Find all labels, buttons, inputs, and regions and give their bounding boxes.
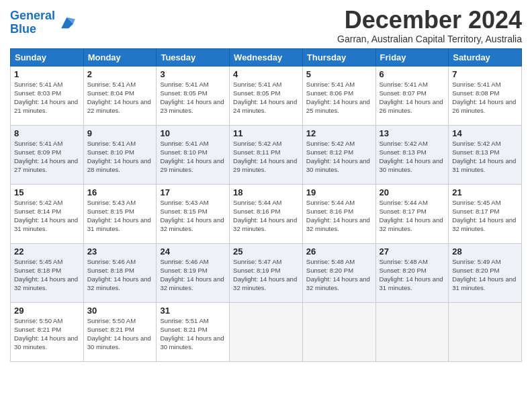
table-row: 11Sunrise: 5:42 AMSunset: 8:11 PMDayligh… xyxy=(230,125,303,184)
col-saturday: Saturday xyxy=(449,48,522,66)
col-monday: Monday xyxy=(83,48,157,66)
day-number: 12 xyxy=(306,128,372,138)
day-number: 3 xyxy=(160,69,226,79)
calendar-week-row: 29Sunrise: 5:50 AMSunset: 8:21 PMDayligh… xyxy=(11,302,522,361)
day-info: Sunrise: 5:45 AMSunset: 8:18 PMDaylight:… xyxy=(14,257,80,293)
day-info: Sunrise: 5:42 AMSunset: 8:14 PMDaylight:… xyxy=(14,198,80,234)
day-info: Sunrise: 5:41 AMSunset: 8:05 PMDaylight:… xyxy=(160,80,226,116)
month-title: December 2024 xyxy=(337,7,522,34)
day-info: Sunrise: 5:41 AMSunset: 8:08 PMDaylight:… xyxy=(452,80,518,116)
day-info: Sunrise: 5:48 AMSunset: 8:20 PMDaylight:… xyxy=(306,257,372,293)
day-number: 14 xyxy=(452,128,518,138)
day-number: 26 xyxy=(306,246,372,257)
table-row: 13Sunrise: 5:42 AMSunset: 8:13 PMDayligh… xyxy=(375,125,449,184)
day-info: Sunrise: 5:49 AMSunset: 8:20 PMDaylight:… xyxy=(452,257,518,293)
day-info: Sunrise: 5:48 AMSunset: 8:20 PMDaylight:… xyxy=(380,257,445,293)
day-number: 22 xyxy=(14,246,80,257)
day-number: 29 xyxy=(14,306,80,316)
logo-text: General Blue xyxy=(10,9,55,36)
day-number: 17 xyxy=(160,187,226,197)
table-row: 21Sunrise: 5:45 AMSunset: 8:17 PMDayligh… xyxy=(449,184,522,243)
table-row: 4Sunrise: 5:41 AMSunset: 8:05 PMDaylight… xyxy=(230,66,303,125)
table-row: 9Sunrise: 5:41 AMSunset: 8:10 PMDaylight… xyxy=(83,125,157,184)
table-row: 18Sunrise: 5:44 AMSunset: 8:16 PMDayligh… xyxy=(230,184,303,243)
day-number: 31 xyxy=(160,306,226,316)
table-row: 28Sunrise: 5:49 AMSunset: 8:20 PMDayligh… xyxy=(449,243,522,302)
table-row: 22Sunrise: 5:45 AMSunset: 8:18 PMDayligh… xyxy=(11,243,84,302)
page: General Blue December 2024 Garran, Austr… xyxy=(0,0,532,411)
day-number: 13 xyxy=(380,128,445,138)
day-number: 7 xyxy=(452,69,518,79)
day-info: Sunrise: 5:50 AMSunset: 8:21 PMDaylight:… xyxy=(87,316,153,352)
day-info: Sunrise: 5:44 AMSunset: 8:16 PMDaylight:… xyxy=(306,198,372,234)
day-info: Sunrise: 5:41 AMSunset: 8:06 PMDaylight:… xyxy=(306,80,372,116)
table-row: 19Sunrise: 5:44 AMSunset: 8:16 PMDayligh… xyxy=(302,184,375,243)
day-info: Sunrise: 5:42 AMSunset: 8:12 PMDaylight:… xyxy=(306,139,372,175)
calendar-week-row: 1Sunrise: 5:41 AMSunset: 8:03 PMDaylight… xyxy=(11,66,522,125)
day-number: 15 xyxy=(14,187,80,197)
table-row: 15Sunrise: 5:42 AMSunset: 8:14 PMDayligh… xyxy=(11,184,84,243)
table-row: 16Sunrise: 5:43 AMSunset: 8:15 PMDayligh… xyxy=(83,184,157,243)
col-thursday: Thursday xyxy=(302,48,375,66)
col-tuesday: Tuesday xyxy=(157,48,230,66)
day-info: Sunrise: 5:41 AMSunset: 8:05 PMDaylight:… xyxy=(233,80,299,116)
table-row xyxy=(375,302,449,361)
table-row: 8Sunrise: 5:41 AMSunset: 8:09 PMDaylight… xyxy=(11,125,84,184)
day-info: Sunrise: 5:50 AMSunset: 8:21 PMDaylight:… xyxy=(14,316,80,352)
table-row: 20Sunrise: 5:44 AMSunset: 8:17 PMDayligh… xyxy=(375,184,449,243)
day-info: Sunrise: 5:42 AMSunset: 8:11 PMDaylight:… xyxy=(233,139,299,175)
table-row: 3Sunrise: 5:41 AMSunset: 8:05 PMDaylight… xyxy=(157,66,230,125)
col-sunday: Sunday xyxy=(11,48,84,66)
calendar-week-row: 15Sunrise: 5:42 AMSunset: 8:14 PMDayligh… xyxy=(11,184,522,243)
day-number: 16 xyxy=(87,187,153,197)
table-row: 30Sunrise: 5:50 AMSunset: 8:21 PMDayligh… xyxy=(83,302,157,361)
day-info: Sunrise: 5:42 AMSunset: 8:13 PMDaylight:… xyxy=(452,139,518,175)
table-row: 1Sunrise: 5:41 AMSunset: 8:03 PMDaylight… xyxy=(11,66,84,125)
day-number: 20 xyxy=(380,187,445,197)
day-number: 27 xyxy=(380,246,445,257)
table-row: 24Sunrise: 5:46 AMSunset: 8:19 PMDayligh… xyxy=(157,243,230,302)
table-row: 17Sunrise: 5:43 AMSunset: 8:15 PMDayligh… xyxy=(157,184,230,243)
day-number: 23 xyxy=(87,246,153,257)
table-row: 23Sunrise: 5:46 AMSunset: 8:18 PMDayligh… xyxy=(83,243,157,302)
day-number: 8 xyxy=(14,128,80,138)
day-number: 30 xyxy=(87,306,153,316)
title-block: December 2024 Garran, Australian Capital… xyxy=(337,7,522,44)
day-number: 21 xyxy=(452,187,518,197)
day-info: Sunrise: 5:43 AMSunset: 8:15 PMDaylight:… xyxy=(160,198,226,234)
day-number: 6 xyxy=(380,69,445,79)
day-info: Sunrise: 5:41 AMSunset: 8:10 PMDaylight:… xyxy=(87,139,153,175)
header: General Blue December 2024 Garran, Austr… xyxy=(10,7,522,44)
day-info: Sunrise: 5:44 AMSunset: 8:17 PMDaylight:… xyxy=(380,198,445,234)
table-row: 25Sunrise: 5:47 AMSunset: 8:19 PMDayligh… xyxy=(230,243,303,302)
table-row: 26Sunrise: 5:48 AMSunset: 8:20 PMDayligh… xyxy=(302,243,375,302)
table-row: 29Sunrise: 5:50 AMSunset: 8:21 PMDayligh… xyxy=(11,302,84,361)
day-number: 4 xyxy=(233,69,299,79)
day-info: Sunrise: 5:41 AMSunset: 8:03 PMDaylight:… xyxy=(14,80,80,116)
col-friday: Friday xyxy=(375,48,449,66)
calendar: Sunday Monday Tuesday Wednesday Thursday… xyxy=(10,48,522,362)
day-info: Sunrise: 5:45 AMSunset: 8:17 PMDaylight:… xyxy=(452,198,518,234)
day-number: 1 xyxy=(14,69,80,79)
day-number: 19 xyxy=(306,187,372,197)
table-row: 14Sunrise: 5:42 AMSunset: 8:13 PMDayligh… xyxy=(449,125,522,184)
day-info: Sunrise: 5:46 AMSunset: 8:18 PMDaylight:… xyxy=(87,257,153,293)
table-row xyxy=(449,302,522,361)
day-info: Sunrise: 5:41 AMSunset: 8:04 PMDaylight:… xyxy=(87,80,153,116)
day-number: 2 xyxy=(87,69,153,79)
logo: General Blue xyxy=(10,9,75,36)
day-info: Sunrise: 5:43 AMSunset: 8:15 PMDaylight:… xyxy=(87,198,153,234)
table-row: 2Sunrise: 5:41 AMSunset: 8:04 PMDaylight… xyxy=(83,66,157,125)
day-number: 25 xyxy=(233,246,299,257)
table-row: 5Sunrise: 5:41 AMSunset: 8:06 PMDaylight… xyxy=(302,66,375,125)
day-info: Sunrise: 5:41 AMSunset: 8:10 PMDaylight:… xyxy=(160,139,226,175)
table-row xyxy=(302,302,375,361)
calendar-week-row: 8Sunrise: 5:41 AMSunset: 8:09 PMDaylight… xyxy=(11,125,522,184)
table-row: 7Sunrise: 5:41 AMSunset: 8:08 PMDaylight… xyxy=(449,66,522,125)
table-row: 6Sunrise: 5:41 AMSunset: 8:07 PMDaylight… xyxy=(375,66,449,125)
day-info: Sunrise: 5:44 AMSunset: 8:16 PMDaylight:… xyxy=(233,198,299,234)
subtitle: Garran, Australian Capital Territory, Au… xyxy=(337,34,522,44)
calendar-header-row: Sunday Monday Tuesday Wednesday Thursday… xyxy=(11,48,522,66)
day-info: Sunrise: 5:42 AMSunset: 8:13 PMDaylight:… xyxy=(380,139,445,175)
day-number: 24 xyxy=(160,246,226,257)
